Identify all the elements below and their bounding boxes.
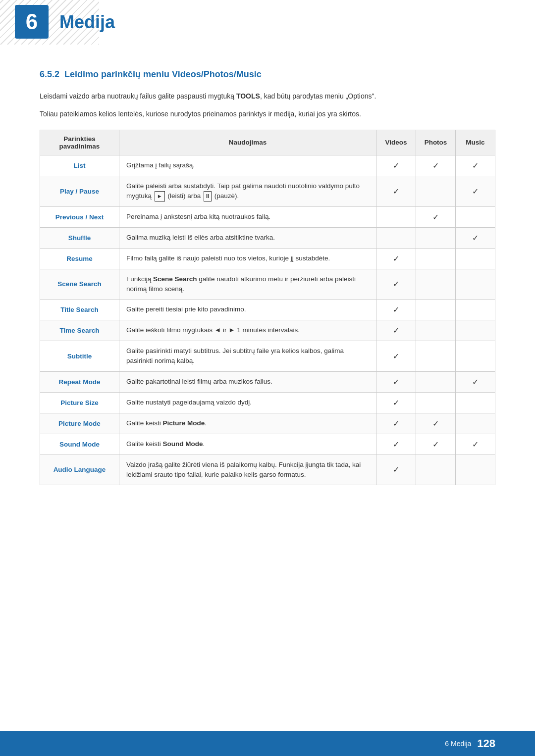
check-icon: ✓ (472, 187, 479, 196)
usage-desc-cell: Galite ieškoti filmo mygtukais ◄ ir ► 1 … (119, 320, 376, 341)
main-content: 6.5.2 Leidimo parinkčių meniu Videos/Pho… (0, 45, 535, 525)
col-header-music: Music (456, 130, 495, 155)
photos-check-cell (416, 269, 456, 300)
usage-desc-cell: Grįžtama į failų sąrašą. (119, 155, 376, 176)
photos-check-cell (416, 371, 456, 392)
check-icon: ✓ (432, 213, 439, 221)
col-header-usage: Naudojimas (119, 130, 376, 155)
videos-check-cell: ✓ (376, 300, 416, 320)
check-icon: ✓ (472, 440, 479, 449)
videos-check-cell: ✓ (376, 392, 416, 413)
option-name-cell: Subtitle (40, 341, 119, 372)
photos-check-cell: ✓ (416, 206, 456, 227)
music-check-cell (456, 300, 495, 320)
option-name-cell: Picture Size (40, 392, 119, 413)
check-icon: ✓ (472, 378, 479, 386)
table-row: Time SearchGalite ieškoti filmo mygtukai… (40, 320, 495, 341)
table-row: Picture SizeGalite nustatyti pageidaujam… (40, 392, 495, 413)
usage-desc-cell: Galite pereiti tiesiai prie kito pavadin… (119, 300, 376, 320)
music-check-cell (456, 341, 495, 372)
option-name-cell: Sound Mode (40, 434, 119, 454)
table-row: ShuffleGalima muziką leisti iš eilės arb… (40, 227, 495, 248)
photos-check-cell: ✓ (416, 155, 456, 176)
check-icon: ✓ (393, 305, 399, 314)
photos-check-cell (416, 300, 456, 320)
table-row: Title SearchGalite pereiti tiesiai prie … (40, 300, 495, 320)
music-check-cell (456, 320, 495, 341)
page-footer: 6 Medija 128 (0, 731, 535, 756)
music-check-cell (456, 248, 495, 269)
option-name-cell: Resume (40, 248, 119, 269)
option-name-cell: Shuffle (40, 227, 119, 248)
check-icon: ✓ (393, 280, 399, 288)
check-icon: ✓ (393, 326, 399, 335)
check-icon: ✓ (393, 187, 399, 196)
music-check-cell: ✓ (456, 176, 495, 206)
chapter-number: 6 (26, 9, 38, 34)
table-row: Repeat ModeGalite pakartotinai leisti fi… (40, 371, 495, 392)
videos-check-cell: ✓ (376, 413, 416, 434)
videos-check-cell: ✓ (376, 341, 416, 372)
check-icon: ✓ (393, 399, 399, 407)
usage-desc-cell: Galite keisti Picture Mode. (119, 413, 376, 434)
usage-desc-cell: Filmo failą galite iš naujo paleisti nuo… (119, 248, 376, 269)
table-row: SubtitleGalite pasirinkti matyti subtitr… (40, 341, 495, 372)
usage-desc-cell: Pereinama į ankstesnį arba kitą nuotrauk… (119, 206, 376, 227)
photos-check-cell (416, 341, 456, 372)
table-row: ListGrįžtama į failų sąrašą.✓✓✓ (40, 155, 495, 176)
check-icon: ✓ (393, 254, 399, 263)
page-header: 6 Medija (0, 0, 535, 45)
check-icon: ✓ (393, 419, 399, 428)
photos-check-cell: ✓ (416, 413, 456, 434)
check-icon: ✓ (393, 161, 399, 170)
photos-check-cell (416, 320, 456, 341)
options-table: Parinkties pavadinimas Naudojimas Videos… (40, 130, 495, 485)
check-icon: ✓ (393, 440, 399, 449)
music-check-cell (456, 269, 495, 300)
option-name-cell: Play / Pause (40, 176, 119, 206)
option-name-cell: Previous / Next (40, 206, 119, 227)
usage-desc-cell: Funkciją Scene Search galite naudoti atk… (119, 269, 376, 300)
music-check-cell: ✓ (456, 155, 495, 176)
videos-check-cell: ✓ (376, 176, 416, 206)
table-row: Scene SearchFunkciją Scene Search galite… (40, 269, 495, 300)
option-name-cell: Audio Language (40, 454, 119, 485)
col-header-videos: Videos (376, 130, 416, 155)
photos-check-cell (416, 248, 456, 269)
music-check-cell (456, 454, 495, 485)
option-name-cell: Title Search (40, 300, 119, 320)
music-check-cell (456, 206, 495, 227)
videos-check-cell: ✓ (376, 155, 416, 176)
photos-check-cell (416, 392, 456, 413)
check-icon: ✓ (472, 161, 479, 170)
music-check-cell: ✓ (456, 434, 495, 454)
table-row: ResumeFilmo failą galite iš naujo paleis… (40, 248, 495, 269)
photos-check-cell (416, 454, 456, 485)
usage-desc-cell: Galite pakartotinai leisti filmų arba mu… (119, 371, 376, 392)
usage-desc-cell: Galite keisti Sound Mode. (119, 434, 376, 454)
videos-check-cell: ✓ (376, 434, 416, 454)
videos-check-cell (376, 227, 416, 248)
videos-check-cell (376, 206, 416, 227)
intro-para-1: Leisdami vaizdo arba nuotraukų failus ga… (40, 91, 495, 101)
photos-check-cell (416, 227, 456, 248)
col-header-photos: Photos (416, 130, 456, 155)
check-icon: ✓ (432, 161, 439, 170)
music-check-cell: ✓ (456, 371, 495, 392)
usage-desc-cell: Galite nustatyti pageidaujamą vaizdo dyd… (119, 392, 376, 413)
table-row: Sound ModeGalite keisti Sound Mode.✓✓✓ (40, 434, 495, 454)
music-check-cell (456, 413, 495, 434)
option-name-cell: Time Search (40, 320, 119, 341)
check-icon: ✓ (472, 234, 479, 242)
usage-desc-cell: Galite paleisti arba sustabdyti. Taip pa… (119, 176, 376, 206)
music-check-cell (456, 392, 495, 413)
option-name-cell: Repeat Mode (40, 371, 119, 392)
footer-page-number: 128 (477, 737, 495, 750)
check-icon: ✓ (432, 419, 439, 428)
videos-check-cell: ✓ (376, 248, 416, 269)
chapter-title: Medija (59, 12, 115, 33)
videos-check-cell: ✓ (376, 269, 416, 300)
videos-check-cell: ✓ (376, 371, 416, 392)
footer-section-label: 6 Medija (445, 740, 471, 748)
check-icon: ✓ (393, 465, 399, 474)
